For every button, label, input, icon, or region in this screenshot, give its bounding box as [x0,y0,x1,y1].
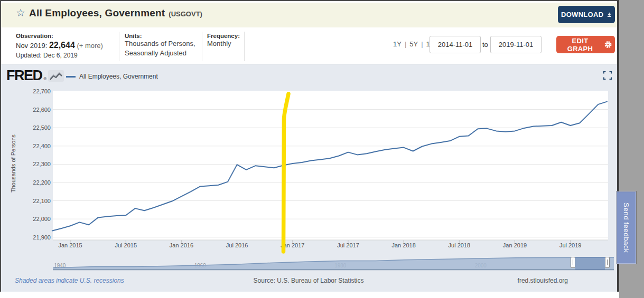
fred-logo[interactable]: FRED ® [6,69,64,82]
download-button-label: DOWNLOAD [561,11,603,18]
observation-column: Observation: Nov 2019: 22,644 (+ more) U… [16,33,103,59]
range-slider-right-handle[interactable] [605,257,610,268]
gear-icon [604,41,612,49]
fullscreen-button[interactable] [603,71,612,81]
fullscreen-icon [603,71,612,80]
site-link[interactable]: fred.stlouisfed.org [494,277,568,284]
fred-logo-text: FRED [6,69,42,82]
chart-plot-area[interactable] [53,91,608,240]
series-id: (USGOVT) [169,10,202,18]
fred-graph-page: ☆ All Employees, Government (USGOVT) DOW… [0,0,644,298]
range-5y[interactable]: 5Y [409,40,418,48]
frequency-label: Frequency: [207,33,240,39]
title-row: All Employees, Government (USGOVT) [29,7,202,19]
date-to-label: to [482,41,488,49]
send-feedback-button[interactable]: Send feedback [617,191,636,264]
date-range-slider[interactable] [53,256,614,271]
edit-graph-label: EDIT GRAPH [559,37,601,53]
observation-updated: Updated: Dec 6, 2019 [16,52,103,59]
page-title: All Employees, Government [29,7,165,19]
info-divider [202,32,202,61]
observation-value: 22,644 [49,41,75,50]
legend-label: All Employees, Government [79,73,158,80]
units-column: Units: Thousands of Persons, Seasonally … [125,33,195,57]
edit-graph-button[interactable]: EDIT GRAPH [556,36,615,53]
units-line2: Seasonally Adjusted [125,49,195,58]
download-button[interactable]: DOWNLOAD [558,6,615,23]
legend-line-swatch [66,76,76,78]
window-border-left [0,0,1,292]
units-label: Units: [125,33,195,39]
info-divider [119,32,119,61]
units-line1: Thousands of Persons, [125,39,195,49]
y-axis-title: Thousands of Persons [10,134,16,193]
info-divider [244,32,245,61]
observation-date: Nov 2019: [16,42,49,50]
frequency-value: Monthly [207,39,240,49]
observation-more-link[interactable]: (+ more) [77,42,102,50]
fred-sparkline-icon [48,70,64,82]
observation-value-line: Nov 2019: 22,644 (+ more) [16,41,103,50]
range-slider-left-handle[interactable] [571,257,575,268]
end-date-input[interactable] [490,36,542,53]
send-feedback-label: Send feedback [622,203,630,253]
download-icon [607,11,612,18]
window-border-top [0,0,619,1]
frequency-column: Frequency: Monthly [207,33,240,49]
registered-mark: ® [44,76,47,81]
start-date-input[interactable] [430,36,481,53]
range-1y[interactable]: 1Y [393,40,402,48]
chart-legend: All Employees, Government [66,73,158,80]
observation-label: Observation: [16,33,103,39]
favorite-star-icon[interactable]: ☆ [16,7,25,18]
